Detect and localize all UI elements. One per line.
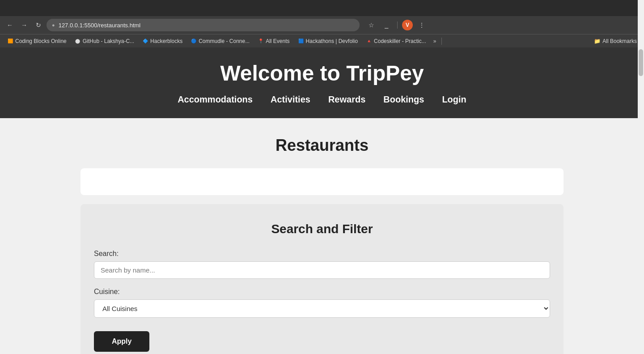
bookmarks-more-button[interactable]: » bbox=[431, 37, 439, 45]
reload-button[interactable]: ↻ bbox=[32, 19, 45, 31]
back-button[interactable]: ← bbox=[4, 19, 16, 31]
lock-icon: ● bbox=[52, 22, 55, 28]
site-title: Welcome to TripPey bbox=[9, 61, 635, 85]
cuisine-label: Cuisine: bbox=[94, 288, 550, 296]
all-events-icon: 📍 bbox=[258, 38, 264, 44]
bookmark-codeskiller[interactable]: 🔺 Codeskiller - Practic... bbox=[362, 37, 430, 45]
bookmark-hackerblocks-label: Hackerblocks bbox=[150, 38, 182, 44]
restaurants-list-card bbox=[80, 168, 564, 195]
bookmark-codeskiller-label: Codeskiller - Practic... bbox=[374, 38, 426, 44]
browser-action-buttons: ☆ ⎯ V ⋮ bbox=[365, 19, 428, 31]
bookmarks-folder-icon: 📁 bbox=[594, 38, 601, 44]
apply-button[interactable]: Apply bbox=[94, 331, 149, 352]
bookmark-hackathons-label: Hackathons | Devfolio bbox=[306, 38, 358, 44]
scrollbar-thumb[interactable] bbox=[639, 49, 643, 76]
nav-login[interactable]: Login bbox=[442, 94, 466, 105]
search-group: Search: bbox=[94, 250, 550, 279]
browser-chrome: ← → ↻ ● 127.0.0.1:5500/restaurants.html … bbox=[0, 0, 644, 47]
site-header: Welcome to TripPey Accommodations Activi… bbox=[0, 47, 644, 118]
all-bookmarks-button[interactable]: 📁 All Bookmarks bbox=[590, 37, 640, 45]
nav-accommodations[interactable]: Accommodations bbox=[178, 94, 253, 105]
page-content: Restaurants Search and Filter Search: Cu… bbox=[0, 118, 644, 354]
scrollbar[interactable] bbox=[638, 0, 644, 354]
divider bbox=[397, 21, 398, 29]
bookmark-hackathons[interactable]: 🟦 Hackathons | Devfolio bbox=[294, 37, 362, 45]
hackathons-icon: 🟦 bbox=[298, 38, 304, 44]
nav-rewards[interactable]: Rewards bbox=[328, 94, 365, 105]
site-navigation: Accommodations Activities Rewards Bookin… bbox=[9, 94, 635, 105]
search-filter-card: Search and Filter Search: Cuisine: All C… bbox=[80, 204, 564, 354]
hackerblocks-icon: 🔷 bbox=[142, 38, 148, 44]
extensions-button[interactable]: ⎯ bbox=[380, 19, 393, 31]
bookmark-github-label: GitHub - Lakshya-C... bbox=[83, 38, 134, 44]
address-bar[interactable]: ● 127.0.0.1:5500/restaurants.html bbox=[47, 19, 360, 31]
filter-title: Search and Filter bbox=[94, 222, 550, 236]
bookmark-all-events-label: All Events bbox=[266, 38, 289, 44]
codeskiller-icon: 🔺 bbox=[366, 38, 372, 44]
forward-button[interactable]: → bbox=[18, 19, 30, 31]
github-icon: ⬤ bbox=[75, 38, 81, 44]
tab-bar bbox=[0, 0, 644, 16]
all-bookmarks-label: All Bookmarks bbox=[602, 38, 637, 44]
nav-activities[interactable]: Activities bbox=[271, 94, 310, 105]
browser-controls-bar: ← → ↻ ● 127.0.0.1:5500/restaurants.html … bbox=[0, 16, 644, 34]
bookmark-commudle-label: Commudle - Conne... bbox=[199, 38, 250, 44]
cuisine-select[interactable]: All Cuisines Italian Chinese Indian Mexi… bbox=[94, 299, 550, 318]
bookmarks-bar: 🟧 Coding Blocks Online ⬤ GitHub - Lakshy… bbox=[0, 34, 644, 47]
profile-button[interactable]: V bbox=[402, 20, 413, 30]
bookmark-commudle[interactable]: 🔵 Commudle - Conne... bbox=[187, 37, 253, 45]
bookmark-coding-blocks[interactable]: 🟧 Coding Blocks Online bbox=[4, 37, 70, 45]
search-label: Search: bbox=[94, 250, 550, 258]
bookmark-github[interactable]: ⬤ GitHub - Lakshya-C... bbox=[71, 37, 138, 45]
cuisine-group: Cuisine: All Cuisines Italian Chinese In… bbox=[94, 288, 550, 318]
star-button[interactable]: ☆ bbox=[365, 19, 377, 31]
coding-blocks-icon: 🟧 bbox=[7, 38, 13, 44]
search-input[interactable] bbox=[94, 261, 550, 279]
url-text: 127.0.0.1:5500/restaurants.html bbox=[59, 22, 354, 29]
page-title: Restaurants bbox=[9, 136, 635, 155]
menu-button[interactable]: ⋮ bbox=[415, 19, 428, 31]
nav-bookings[interactable]: Bookings bbox=[383, 94, 424, 105]
website-content: Welcome to TripPey Accommodations Activi… bbox=[0, 47, 644, 354]
bookmarks-divider bbox=[441, 38, 442, 45]
commudle-icon: 🔵 bbox=[191, 38, 197, 44]
bookmark-coding-blocks-label: Coding Blocks Online bbox=[15, 38, 67, 44]
bookmark-hackerblocks[interactable]: 🔷 Hackerblocks bbox=[139, 37, 186, 45]
bookmark-all-events[interactable]: 📍 All Events bbox=[254, 37, 293, 45]
